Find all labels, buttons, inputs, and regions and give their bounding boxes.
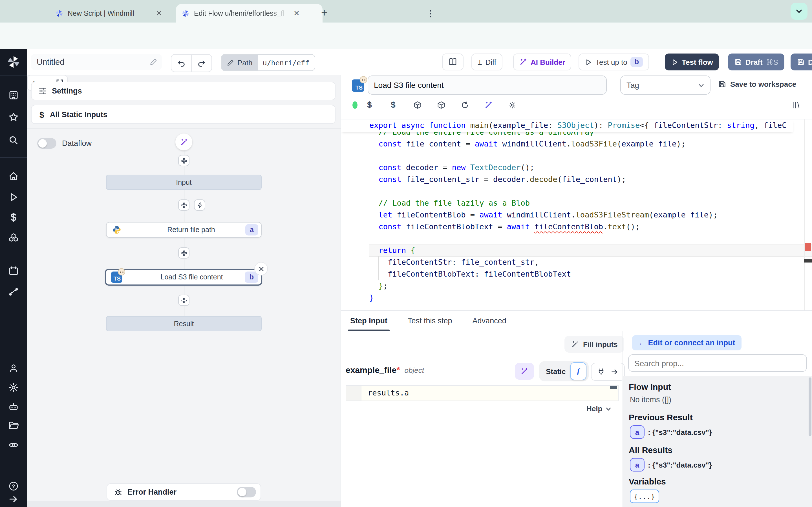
redo-button[interactable] [192,55,211,71]
tab-test-this-step[interactable]: Test this step [408,311,452,331]
variables-row[interactable]: {...} [630,490,659,503]
search-prop-input[interactable] [628,354,807,372]
settings-gear-icon[interactable] [8,382,19,393]
docs-button[interactable] [442,54,463,70]
test-flow-button[interactable]: Test flow [665,54,719,70]
diff-button[interactable]: ± Diff [471,54,502,70]
static-js-toggle[interactable]: Static ƒ [539,361,589,381]
error-handler-toggle[interactable] [237,487,256,497]
test-up-to-button[interactable]: Test up to b [578,54,649,70]
expression-scrollbar[interactable] [610,386,617,389]
code-line[interactable]: }; [369,280,812,292]
add-trigger-button[interactable] [194,200,205,211]
all-results-row[interactable]: a : {"s3":"data.csv"} [630,458,712,471]
workspace-icon[interactable] [8,90,19,101]
env-vars-icon[interactable]: $ [367,100,372,109]
tab-close-icon[interactable]: ✕ [154,8,164,18]
edit-or-connect-button[interactable]: ← Edit or connect an input [632,335,742,350]
save-to-workspace-button[interactable]: Save to workspace [718,80,796,89]
ai-fill-field-button[interactable] [515,363,534,380]
code-line[interactable] [369,233,812,244]
browser-tab-inactive[interactable]: New Script | Windmill ✕ [50,4,184,22]
error-handler-row[interactable]: Error Handler [107,483,261,501]
step-a-node[interactable]: Return file path a [106,222,262,238]
code-line[interactable] [369,185,812,197]
flow-result-node[interactable]: Result [106,316,262,331]
library-panel-icon[interactable] [792,101,801,109]
schedules-icon[interactable] [8,265,19,277]
function-toggle-icon[interactable]: ƒ [570,362,587,380]
draft-button[interactable]: Draft ⌘S [728,54,784,70]
code-line[interactable]: fileContentBlobText: fileContentBlobText [369,268,812,280]
folders-icon[interactable] [8,420,19,431]
ai-wand-icon[interactable] [485,101,493,109]
add-step-button[interactable] [178,200,190,211]
editor-scrollbar-thumb[interactable] [804,259,812,263]
path-value[interactable]: u/henri/eff [258,55,315,70]
search-icon[interactable] [8,135,19,146]
props-scrollbar-thumb[interactable] [809,378,811,436]
new-tab-button[interactable]: + [317,6,332,20]
variables-icon[interactable]: $ [8,212,19,223]
path-label-segment[interactable]: Path [221,55,258,70]
code-line[interactable]: return { [369,244,812,256]
ai-builder-button[interactable]: AI Builder [513,54,571,70]
step-name-input[interactable] [368,75,607,95]
help-icon[interactable]: ? [8,481,19,492]
code-line[interactable]: } [369,292,812,304]
context-vars-icon[interactable]: $ [391,100,396,109]
home-icon[interactable] [8,171,19,182]
all-static-inputs-button[interactable]: $ All Static Inputs [31,105,336,124]
flow-input-node[interactable]: Input [106,175,262,190]
code-line[interactable]: let fileContentBlob = await windmillClie… [369,209,812,221]
add-step-button[interactable] [178,295,190,306]
delete-step-icon[interactable] [254,262,268,276]
code-line[interactable]: fileContentStr: file_content_str, [369,256,812,268]
script-settings-gear-icon[interactable] [508,101,516,109]
add-step-button[interactable] [178,247,190,259]
path-group[interactable]: Path u/henri/eff [221,54,315,71]
more-options-icon[interactable]: ⋮ [426,8,435,18]
package-icon[interactable] [437,101,446,109]
previous-result-row[interactable]: a : {"s3":"data.csv"} [630,425,712,439]
reload-icon[interactable] [461,101,469,109]
tab-close-icon[interactable]: ✕ [292,8,302,18]
dataflow-toggle[interactable] [37,138,56,149]
sticky-code-line[interactable]: export async function main(example_file:… [341,119,794,132]
workers-robot-icon[interactable] [8,401,19,412]
favorites-star-icon[interactable] [8,112,19,123]
undo-button[interactable] [171,55,192,71]
browser-tab-active[interactable]: Edit Flow u/henri/effortless_fl ✕ [176,4,322,22]
flow-ai-wand-button[interactable] [175,133,192,151]
code-line[interactable]: const decoder = new TextDecoder(); [369,162,812,173]
expression-text[interactable]: results.a [368,388,409,397]
users-icon[interactable] [8,363,19,374]
deploy-button[interactable]: Deploy [791,54,812,70]
tag-select[interactable]: Tag [620,75,711,95]
routes-icon[interactable] [8,286,19,297]
tab-step-input[interactable]: Step Input [350,311,388,331]
add-step-button[interactable] [178,155,190,166]
expression-input[interactable]: results.a [346,385,619,401]
fill-inputs-button[interactable]: Fill inputs [564,336,624,353]
code-editor[interactable]: // Load the entire file_content as a Uin… [341,119,812,311]
graph-scrollbar-track[interactable] [27,501,341,507]
step-b-node-selected[interactable]: TS Load S3 file content b [105,269,262,286]
flow-name-input[interactable] [36,57,134,67]
code-line[interactable] [369,150,812,162]
flow-settings-button[interactable]: Settings [31,82,336,100]
code-line[interactable]: const file_content = await windmillClien… [369,138,812,150]
code-line[interactable]: // Load the file lazily as a Blob [369,197,812,209]
windmill-logo[interactable] [7,55,20,69]
package-icon[interactable] [413,101,422,109]
help-button[interactable]: Help [587,404,611,413]
expand-sidebar-icon[interactable] [8,494,19,505]
runs-icon[interactable] [8,191,19,203]
audit-eye-icon[interactable] [8,439,19,451]
tab-advanced[interactable]: Advanced [472,311,506,331]
flow-name-box[interactable] [31,54,162,70]
tab-search-chevron-button[interactable] [791,3,808,20]
code-line[interactable]: const file_content_str = decoder.decode(… [369,173,812,185]
connect-input-group[interactable] [591,363,625,381]
resources-icon[interactable] [8,232,19,243]
